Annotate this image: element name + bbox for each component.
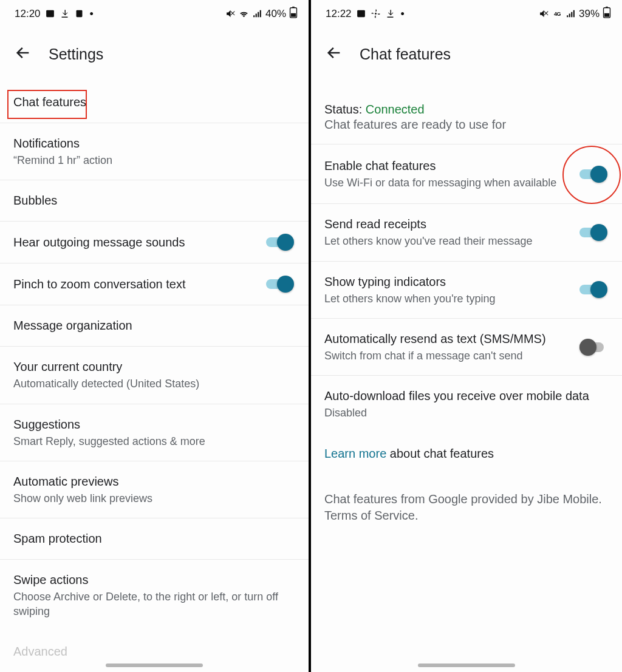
settings-pane: 12:20 • 40% Settings Chat features Notif… — [0, 0, 311, 672]
item-notifications[interactable]: Notifications “Remind 1 hr” action — [0, 123, 309, 180]
signal-icon — [252, 8, 262, 19]
chat-features-pane: 12:22 • 4G 39% Chat features Status: Con… — [311, 0, 622, 672]
svg-rect-0 — [46, 10, 54, 17]
svg-rect-9 — [604, 13, 609, 17]
item-sub: Let others know you've read their messag… — [324, 234, 570, 248]
item-sub: “Remind 1 hr” action — [13, 153, 294, 168]
item-spam-protection[interactable]: Spam protection — [0, 518, 309, 560]
item-sub: Choose Archive or Delete, to the right o… — [13, 589, 294, 619]
svg-rect-8 — [606, 7, 608, 8]
item-label: Automatic previews — [13, 473, 294, 490]
item-sub: Disabled — [324, 406, 607, 420]
item-auto-resend-sms[interactable]: Automatically resend as text (SMS/MMS) S… — [311, 319, 622, 376]
item-label: Automatically resend as text (SMS/MMS) — [324, 331, 570, 347]
fan-icon — [371, 8, 381, 19]
battery-percent: 40% — [265, 8, 286, 20]
download-icon — [60, 8, 70, 19]
home-indicator[interactable] — [418, 664, 515, 667]
item-bubbles[interactable]: Bubbles — [0, 180, 309, 222]
item-automatic-previews[interactable]: Automatic previews Show only web link pr… — [0, 461, 309, 518]
home-indicator[interactable] — [106, 664, 203, 667]
learn-more-rest: about chat features — [386, 447, 494, 460]
toggle-hear-outgoing[interactable] — [266, 234, 294, 251]
svg-rect-4 — [291, 13, 296, 17]
battery-percent: 39% — [579, 8, 600, 20]
mute-icon — [225, 8, 236, 19]
item-chat-features[interactable]: Chat features — [0, 82, 309, 123]
toggle-auto-resend-sms[interactable] — [579, 339, 607, 356]
item-label: Show typing indicators — [324, 274, 570, 290]
item-auto-download[interactable]: Auto-download files you receive over mob… — [311, 376, 622, 432]
item-label: Suggestions — [13, 416, 294, 433]
app-icon — [74, 8, 84, 19]
download-icon — [385, 8, 395, 19]
item-enable-chat-features[interactable]: Enable chat features Use Wi-Fi or data f… — [311, 144, 622, 204]
item-suggestions[interactable]: Suggestions Smart Reply, suggested actio… — [0, 404, 309, 461]
item-advanced[interactable]: Advanced — [0, 631, 309, 659]
item-swipe-actions[interactable]: Swipe actions Choose Archive or Delete, … — [0, 560, 309, 631]
status-time: 12:20 — [15, 8, 41, 20]
item-hear-outgoing-sounds[interactable]: Hear outgoing message sounds — [0, 222, 309, 263]
mute-icon — [539, 8, 549, 19]
network-4g-icon: 4G — [552, 8, 562, 19]
status-block: Status: Connected Chat features are read… — [311, 82, 622, 144]
item-label: Enable chat features — [324, 158, 570, 174]
item-pinch-zoom[interactable]: Pinch to zoom conversation text — [0, 263, 309, 305]
back-button[interactable] — [326, 44, 343, 64]
item-current-country[interactable]: Your current country Automatically detec… — [0, 347, 309, 404]
chat-features-list: Enable chat features Use Wi-Fi or data f… — [311, 144, 622, 432]
status-sub: Chat features are ready to use for — [324, 118, 607, 132]
item-label: Bubbles — [13, 192, 294, 209]
page-title: Chat features — [360, 46, 451, 63]
app-header: Chat features — [311, 26, 622, 82]
toggle-pinch-zoom[interactable] — [266, 276, 294, 293]
item-sub: Smart Reply, suggested actions & more — [13, 434, 294, 449]
provider-info: Chat features from Google provided by Ji… — [311, 467, 622, 530]
item-sub: Let others know when you're typing — [324, 291, 570, 306]
back-button[interactable] — [15, 44, 32, 64]
picture-icon — [356, 8, 366, 19]
status-time: 12:22 — [326, 8, 352, 20]
toggle-enable-chat-features[interactable] — [579, 166, 607, 183]
item-label: Hear outgoing message sounds — [13, 234, 256, 251]
status-bar: 12:22 • 4G 39% — [311, 0, 622, 26]
item-label: Swipe actions — [13, 572, 294, 588]
item-sub: Show only web link previews — [13, 491, 294, 506]
item-sub: Switch from chat if a message can't send — [324, 348, 570, 363]
more-icon: • — [89, 8, 94, 19]
item-typing-indicators[interactable]: Show typing indicators Let others know w… — [311, 262, 622, 319]
item-label: Notifications — [13, 135, 294, 152]
learn-more-block: Learn more about chat features — [311, 432, 622, 467]
app-header: Settings — [0, 26, 309, 82]
signal-icon — [566, 8, 576, 19]
svg-point-6 — [375, 13, 377, 15]
settings-list: Chat features Notifications “Remind 1 hr… — [0, 82, 309, 631]
page-title: Settings — [49, 46, 103, 63]
item-label: Pinch to zoom conversation text — [13, 276, 256, 293]
item-label: Auto-download files you receive over mob… — [324, 388, 607, 404]
item-label: Message organization — [13, 317, 294, 334]
status-prefix: Status: — [324, 103, 366, 116]
item-label: Your current country — [13, 359, 294, 375]
status-value: Connected — [366, 103, 425, 116]
svg-rect-3 — [292, 7, 295, 8]
item-sub: Automatically detected (United States) — [13, 376, 294, 391]
learn-more-link[interactable]: Learn more — [324, 447, 386, 460]
toggle-typing-indicators[interactable] — [579, 281, 607, 298]
wifi-icon — [239, 8, 249, 19]
item-label: Send read receipts — [324, 216, 570, 232]
svg-rect-1 — [76, 10, 82, 17]
item-label: Chat features — [13, 94, 294, 110]
more-icon: • — [400, 8, 405, 19]
item-sub: Use Wi-Fi or data for messaging when ava… — [324, 175, 570, 190]
item-message-organization[interactable]: Message organization — [0, 305, 309, 347]
status-bar: 12:20 • 40% — [0, 0, 309, 26]
toggle-read-receipts[interactable] — [579, 224, 607, 241]
item-read-receipts[interactable]: Send read receipts Let others know you'v… — [311, 204, 622, 261]
svg-rect-5 — [357, 10, 365, 17]
picture-icon — [45, 8, 55, 19]
battery-icon — [289, 6, 298, 21]
battery-icon — [603, 6, 611, 21]
item-label: Spam protection — [13, 531, 294, 547]
